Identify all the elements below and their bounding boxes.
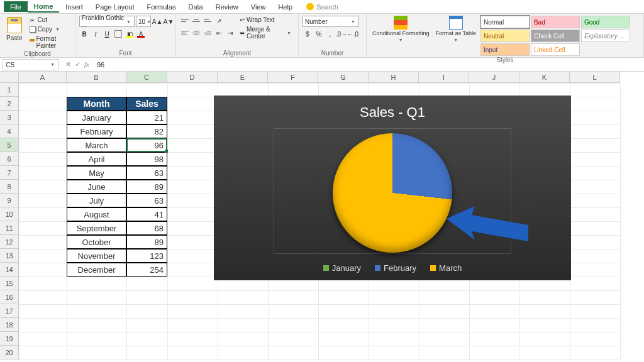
chart-object[interactable]: Sales - Q1JanuaryFebruaryMarch <box>214 96 571 280</box>
accounting-format-button[interactable]: $ <box>303 29 313 39</box>
row-header-13[interactable]: 13 <box>0 249 19 263</box>
col-header-K[interactable]: K <box>519 72 570 83</box>
row-header-17[interactable]: 17 <box>0 304 19 318</box>
decrease-indent-button[interactable]: ⇤ <box>214 28 224 38</box>
row-header-18[interactable]: 18 <box>0 318 19 332</box>
paste-button[interactable]: Paste <box>4 16 25 43</box>
table-row[interactable]: March <box>67 138 126 152</box>
name-box[interactable]: C5▼ <box>3 59 59 70</box>
col-header-J[interactable]: J <box>469 72 519 83</box>
col-header-I[interactable]: I <box>419 72 469 83</box>
table-row[interactable]: January <box>67 111 126 124</box>
table-row[interactable]: 254 <box>126 263 167 277</box>
table-row[interactable]: February <box>67 124 126 138</box>
table-row[interactable]: May <box>67 166 126 180</box>
tab-page-layout[interactable]: Page Layout <box>89 1 141 12</box>
font-size-select[interactable]: 10▼ <box>136 16 151 27</box>
bold-button[interactable]: B <box>79 29 89 39</box>
cut-button[interactable]: ✂Cut <box>28 16 71 24</box>
tab-file[interactable]: File <box>4 1 28 12</box>
align-center-button[interactable] <box>191 28 201 37</box>
table-row[interactable]: 41 <box>126 207 167 221</box>
table-row[interactable]: 63 <box>126 166 167 180</box>
row-header-3[interactable]: 3 <box>0 111 19 124</box>
table-row[interactable]: 96 <box>126 138 167 152</box>
spreadsheet-grid[interactable]: ABCDEFGHIJKL 123456789101112131415161718… <box>0 72 644 362</box>
table-row[interactable]: 82 <box>126 124 167 138</box>
percent-format-button[interactable]: % <box>314 29 324 39</box>
tab-insert[interactable]: Insert <box>59 1 89 12</box>
row-header-9[interactable]: 9 <box>0 194 19 207</box>
wrap-text-button[interactable]: ↩Wrap Text <box>238 16 294 24</box>
copy-button[interactable]: Copy▼ <box>28 25 71 33</box>
col-header-E[interactable]: E <box>218 72 268 83</box>
tab-formulas[interactable]: Formulas <box>141 1 182 12</box>
table-row[interactable]: 89 <box>126 180 167 194</box>
col-header-A[interactable]: A <box>19 72 67 83</box>
tell-me-search[interactable]: Search <box>299 3 338 11</box>
tab-help[interactable]: Help <box>272 1 299 12</box>
row-header-8[interactable]: 8 <box>0 180 19 194</box>
table-row[interactable]: July <box>67 194 126 207</box>
col-header-F[interactable]: F <box>268 72 318 83</box>
table-row[interactable]: December <box>67 263 126 277</box>
table-row[interactable]: September <box>67 221 126 235</box>
row-header-1[interactable]: 1 <box>0 83 19 97</box>
row-header-10[interactable]: 10 <box>0 207 19 221</box>
row-header-2[interactable]: 2 <box>0 97 19 111</box>
col-header-C[interactable]: C <box>126 72 167 83</box>
row-header-20[interactable]: 20 <box>0 346 19 359</box>
table-row[interactable]: 98 <box>126 152 167 166</box>
table-row[interactable]: October <box>67 235 126 249</box>
row-header-6[interactable]: 6 <box>0 152 19 166</box>
col-header-L[interactable]: L <box>570 72 620 83</box>
table-row[interactable]: 68 <box>126 221 167 235</box>
table-row[interactable]: 63 <box>126 194 167 207</box>
formula-input[interactable]: 96 <box>93 61 644 69</box>
style-explanatory[interactable]: Explanatory ... <box>581 30 630 42</box>
table-row[interactable]: 123 <box>126 249 167 263</box>
enter-formula-icon[interactable]: ✓ <box>75 60 80 69</box>
col-header-G[interactable]: G <box>318 72 369 83</box>
tab-view[interactable]: View <box>245 1 272 12</box>
table-row[interactable]: 89 <box>126 235 167 249</box>
cancel-formula-icon[interactable]: ✕ <box>65 60 71 69</box>
tab-review[interactable]: Review <box>209 1 245 12</box>
italic-button[interactable]: I <box>91 29 101 39</box>
format-as-table-button[interactable]: Format as Table▼ <box>434 16 478 42</box>
increase-font-button[interactable]: A▲ <box>152 16 162 26</box>
row-header-15[interactable]: 15 <box>0 277 19 290</box>
table-row[interactable]: June <box>67 180 126 194</box>
border-button[interactable] <box>114 30 122 38</box>
decrease-decimal-button[interactable]: ←.0 <box>348 29 358 39</box>
style-normal[interactable]: Normal <box>480 16 530 28</box>
font-name-select[interactable]: Franklin Gothic ...▼ <box>79 16 135 27</box>
table-header-sales[interactable]: Sales <box>126 97 167 111</box>
align-right-button[interactable] <box>203 28 213 37</box>
style-bad[interactable]: Bad <box>531 16 580 28</box>
col-header-D[interactable]: D <box>167 72 218 83</box>
orientation-button[interactable]: ↗ <box>214 16 224 26</box>
number-format-select[interactable]: Number▼ <box>303 16 359 27</box>
decrease-font-button[interactable]: A▼ <box>164 16 174 26</box>
increase-indent-button[interactable]: ⇥ <box>225 28 235 38</box>
row-header-12[interactable]: 12 <box>0 235 19 249</box>
table-row[interactable]: August <box>67 207 126 221</box>
row-header-19[interactable]: 19 <box>0 332 19 346</box>
tab-data[interactable]: Data <box>182 1 209 12</box>
row-header-14[interactable]: 14 <box>0 263 19 277</box>
underline-button[interactable]: U <box>102 29 112 39</box>
row-header-11[interactable]: 11 <box>0 221 19 235</box>
row-header-16[interactable]: 16 <box>0 290 19 304</box>
merge-center-button[interactable]: ⬌Merge & Center▼ <box>238 25 294 40</box>
table-row[interactable]: 21 <box>126 111 167 124</box>
align-middle-button[interactable] <box>191 16 201 25</box>
col-header-H[interactable]: H <box>369 72 419 83</box>
style-good[interactable]: Good <box>581 16 630 28</box>
tab-home[interactable]: Home <box>28 1 60 13</box>
style-input[interactable]: Input <box>480 43 530 56</box>
row-header-5[interactable]: 5 <box>0 138 19 152</box>
format-painter-button[interactable]: Format Painter <box>28 35 71 50</box>
comma-format-button[interactable]: , <box>325 29 335 39</box>
align-top-button[interactable] <box>180 16 190 25</box>
